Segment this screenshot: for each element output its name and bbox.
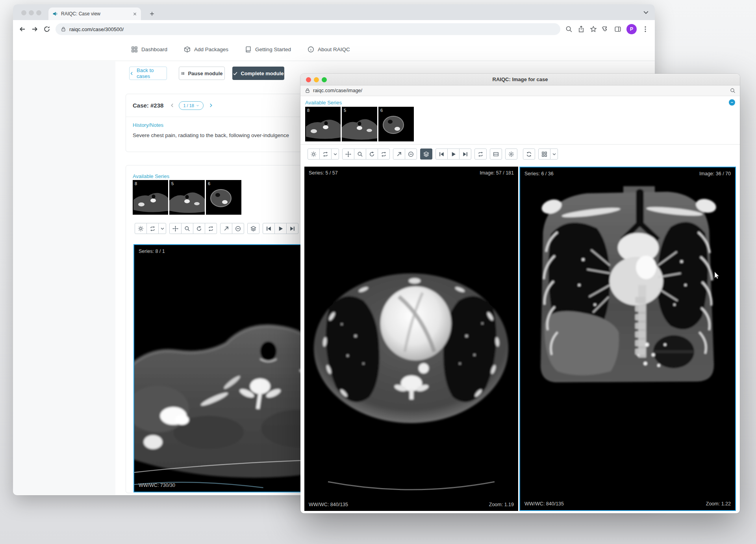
- kebab-menu-icon[interactable]: [642, 26, 649, 33]
- complete-module-button[interactable]: Complete module: [232, 67, 284, 80]
- play-cine-button[interactable]: [447, 149, 460, 160]
- back-to-cases-button[interactable]: Back to cases: [129, 67, 167, 80]
- series-thumbnail-8[interactable]: 8: [133, 180, 168, 215]
- new-tab-button[interactable]: [147, 9, 157, 19]
- viewer-toolbar: [308, 149, 558, 160]
- popup-address-bar[interactable]: raiqc.com/case/image/: [300, 85, 740, 96]
- side-panel-icon[interactable]: [614, 26, 621, 33]
- settings-button[interactable]: [505, 149, 517, 160]
- remove-annotation-button[interactable]: [405, 149, 417, 160]
- last-frame-button[interactable]: [459, 149, 471, 160]
- collapse-series-button[interactable]: [729, 99, 735, 106]
- wwwc-overlay-label: WW/WC: 840/135: [524, 501, 564, 507]
- image-popup-window: RAIQC: Image for case raiqc.com/case/ima…: [300, 74, 740, 513]
- zoom-tool-button[interactable]: [354, 149, 366, 160]
- browser-tab[interactable]: RAIQC: Case view: [48, 7, 141, 20]
- popup-content: Available Series 8 5 6: [300, 96, 740, 513]
- series-thumbnail-5[interactable]: 5: [169, 180, 205, 215]
- profile-avatar[interactable]: P: [626, 24, 637, 34]
- remove-annotation-button[interactable]: [232, 223, 244, 234]
- arrow-annotate-button[interactable]: [393, 149, 405, 160]
- loop-button[interactable]: [474, 149, 487, 160]
- layers-button[interactable]: [420, 149, 432, 160]
- tool-options-chevron[interactable]: [158, 223, 166, 234]
- left-gutter: [13, 61, 115, 495]
- back-icon[interactable]: [19, 26, 26, 33]
- zoom-tool-button[interactable]: [181, 223, 193, 234]
- zoom-window-button[interactable]: [322, 77, 327, 82]
- popup-titlebar[interactable]: RAIQC: Image for case: [300, 74, 740, 85]
- nav-item-about[interactable]: About RAIQC: [308, 46, 350, 53]
- app-navigation: Dashboard Add Packages Getting Started A…: [13, 38, 655, 61]
- ct-coronal-chest-image: [520, 167, 735, 510]
- series-thumbnail-6[interactable]: 6: [206, 180, 241, 215]
- module-actions: Back to cases Pause module Complete modu…: [129, 67, 284, 80]
- popup-url-text: raiqc.com/case/image/: [313, 88, 727, 93]
- brightness-tool-button[interactable]: [308, 149, 320, 160]
- cine-loop-tool-button[interactable]: [319, 149, 332, 160]
- pause-icon: [181, 71, 185, 76]
- series-thumbnail-8[interactable]: 8: [305, 107, 341, 141]
- layout-split-button[interactable]: [490, 149, 502, 160]
- tool-options-chevron[interactable]: [331, 149, 339, 160]
- browser-toolbar: raiqc.com/case/300500/ P: [13, 20, 655, 38]
- series-overlay-label: Series: 8 / 1: [139, 249, 165, 254]
- image-viewport-series-5[interactable]: Series: 5 / 57 Image: 57 / 181 WW/WC: 84…: [304, 167, 518, 511]
- search-icon[interactable]: [565, 26, 573, 33]
- series-thumbnails: 8 5 6: [305, 107, 414, 141]
- first-frame-button[interactable]: [435, 149, 448, 160]
- minimize-window-button[interactable]: [29, 10, 34, 15]
- nav-item-add-packages[interactable]: Add Packages: [184, 46, 228, 53]
- share-icon[interactable]: [578, 26, 585, 33]
- rotate-tool-button[interactable]: [193, 223, 205, 234]
- image-overlay-label: Image: 36 / 70: [699, 171, 731, 176]
- wwwc-overlay-label: WW/WC: 840/135: [309, 502, 348, 507]
- zoom-overlay-label: Zoom: 1.22: [706, 501, 731, 507]
- brightness-tool-button[interactable]: [135, 223, 147, 234]
- series-thumbnail-5[interactable]: 5: [342, 107, 377, 141]
- tab-list-chevron-icon[interactable]: [643, 9, 649, 17]
- bookmark-star-icon[interactable]: [590, 26, 597, 33]
- pan-tool-button[interactable]: [342, 149, 354, 160]
- refresh-button[interactable]: [523, 149, 535, 160]
- next-case-chevron-icon[interactable]: [208, 103, 213, 108]
- repeat-tool-button[interactable]: [378, 149, 390, 160]
- mouse-cursor: [715, 272, 719, 279]
- nav-item-dashboard[interactable]: Dashboard: [131, 46, 167, 53]
- close-window-button[interactable]: [21, 10, 26, 15]
- layers-button[interactable]: [247, 223, 259, 234]
- rotate-tool-button[interactable]: [366, 149, 378, 160]
- extensions-puzzle-icon[interactable]: [602, 26, 609, 33]
- reload-icon[interactable]: [43, 26, 50, 33]
- available-series-heading: Available Series: [133, 173, 169, 179]
- first-frame-button[interactable]: [263, 223, 275, 234]
- popup-window-title: RAIQC: Image for case: [493, 76, 548, 82]
- case-pager-dropdown[interactable]: 1 / 18: [179, 101, 204, 110]
- pan-tool-button[interactable]: [169, 223, 182, 234]
- image-viewport-series-6-selected[interactable]: Series: 6 / 36 Image: 36 / 70 WW/WC: 840…: [519, 167, 736, 511]
- cine-loop-tool-button[interactable]: [146, 223, 159, 234]
- arrow-annotate-button[interactable]: [220, 223, 232, 234]
- viewer-grid: Series: 5 / 57 Image: 57 / 181 WW/WC: 84…: [304, 167, 736, 511]
- previous-case-chevron-icon[interactable]: [170, 103, 175, 108]
- series-thumbnail-6[interactable]: 6: [378, 107, 414, 141]
- play-cine-button[interactable]: [274, 223, 287, 234]
- info-icon: [308, 46, 314, 53]
- popup-search-icon[interactable]: [730, 88, 736, 93]
- pause-module-button[interactable]: Pause module: [179, 67, 225, 80]
- close-window-button[interactable]: [306, 77, 311, 82]
- tab-close-icon[interactable]: [133, 12, 137, 16]
- minimize-window-button[interactable]: [314, 77, 319, 82]
- zoom-window-button[interactable]: [36, 10, 41, 15]
- check-icon: [233, 71, 238, 76]
- repeat-tool-button[interactable]: [205, 223, 217, 234]
- grid-layout-chevron[interactable]: [550, 149, 558, 160]
- address-bar[interactable]: raiqc.com/case/300500/: [56, 23, 560, 35]
- nav-item-getting-started[interactable]: Getting Started: [245, 46, 291, 53]
- case-title: Case: #238: [133, 102, 163, 109]
- grid-layout-button[interactable]: [538, 149, 550, 160]
- forward-icon[interactable]: [31, 26, 38, 33]
- last-frame-button[interactable]: [286, 223, 298, 234]
- tab-strip: RAIQC: Case view: [13, 4, 655, 20]
- image-overlay-label: Image: 57 / 181: [480, 170, 514, 176]
